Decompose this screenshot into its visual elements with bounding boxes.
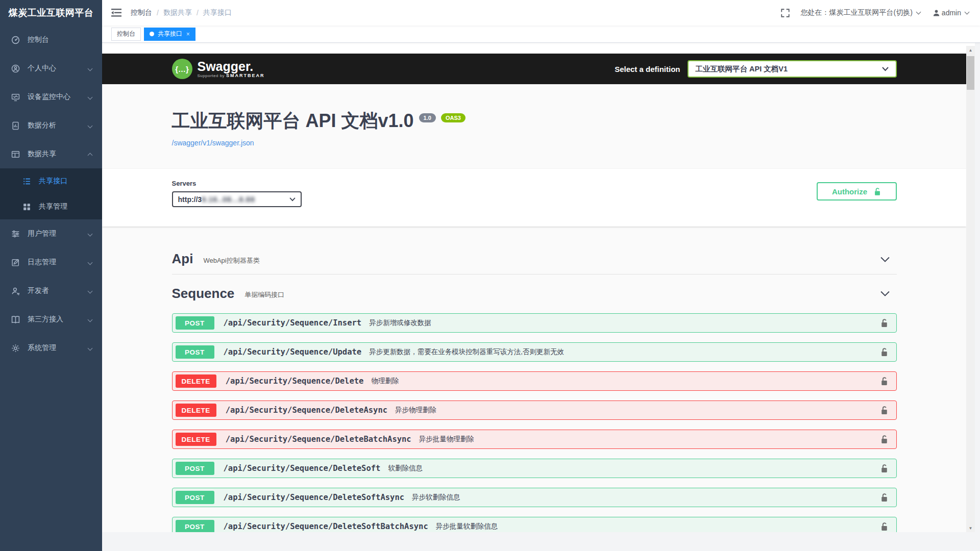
operation-path[interactable]: /api/Security/Sequence/DeleteSoftAsync	[224, 493, 405, 502]
sidebar-item-system-management[interactable]: 系统管理	[0, 334, 102, 362]
definition-select[interactable]: 工业互联网平台 API 文档V1	[688, 60, 897, 78]
method-badge: DELETE	[176, 374, 216, 388]
unlock-icon[interactable]	[880, 435, 888, 444]
chevron-down-icon	[88, 123, 93, 128]
content-bottom-gap	[102, 532, 980, 551]
section-chevron-down-icon[interactable]	[879, 288, 891, 299]
section-header-sequence[interactable]: Sequence单据编码接口	[172, 278, 897, 309]
fullscreen-icon[interactable]	[781, 9, 790, 17]
sidebar-item-dashboard[interactable]: 控制台	[0, 26, 102, 54]
tags-view-bar: 控制台共享接口×	[102, 26, 980, 43]
sidebar-fold-icon[interactable]	[111, 8, 121, 17]
unlock-icon[interactable]	[880, 464, 888, 473]
opblock-delete[interactable]: DELETE/api/Security/Sequence/DeleteBatch…	[172, 430, 897, 449]
developer-icon	[11, 286, 20, 295]
chevron-down-icon	[88, 317, 93, 322]
operation-path[interactable]: /api/Security/Sequence/DeleteAsync	[226, 406, 387, 415]
operation-summary: 异步更新数据，需要在业务模块控制器重写该方法,否则更新无效	[369, 347, 564, 357]
swagger-logo[interactable]: {…} Swagger. Supported bySMARTBEAR	[172, 59, 265, 79]
unlock-icon[interactable]	[880, 522, 888, 531]
sidebar: 煤炭工业互联网平台 控制台个人中心设备监控中心数据分析数据共享共享接口共享管理用…	[0, 0, 102, 551]
top-gap	[102, 43, 966, 54]
method-badge: POST	[176, 520, 214, 532]
operation-summary: 异步批量软删除信息	[436, 522, 498, 531]
sidebar-item-share-api[interactable]: 共享接口	[0, 168, 102, 194]
sidebar-item-user-management[interactable]: 用户管理	[0, 219, 102, 248]
opblock-delete[interactable]: DELETE/api/Security/Sequence/DeleteAsync…	[172, 400, 897, 420]
platform-switcher[interactable]: 您处在：煤炭工业互联网平台(切换)	[801, 8, 922, 17]
unlock-icon[interactable]	[880, 318, 888, 328]
breadcrumb-item[interactable]: 共享接口	[203, 8, 232, 17]
sidebar-item-label: 第三方接入	[28, 315, 88, 324]
main-area: 控制台/数据共享/共享接口 您处在：煤炭工业互联网平台(切换) admin	[102, 0, 980, 551]
scheme-container: Servers http://39.16..08...8.88 Authoriz…	[102, 169, 966, 227]
book-icon	[11, 315, 20, 324]
chevron-down-icon	[88, 345, 93, 350]
user-icon	[933, 9, 940, 17]
section-description: 单据编码接口	[244, 290, 284, 299]
opblock-delete[interactable]: DELETE/api/Security/Sequence/Delete物理删除	[172, 371, 897, 391]
section-name: Sequence	[172, 286, 235, 302]
authorize-button[interactable]: Authorize	[817, 182, 897, 201]
oas3-badge: OAS3	[441, 113, 465, 122]
operations-list: POST/api/Security/Sequence/Insert异步新增或修改…	[172, 313, 897, 532]
content-area: {…} Swagger. Supported bySMARTBEAR Selec…	[102, 43, 980, 532]
user-menu[interactable]: admin	[933, 9, 971, 17]
opblock-post[interactable]: POST/api/Security/Sequence/Insert异步新增或修改…	[172, 313, 897, 333]
scrollbar-thumb[interactable]	[967, 56, 974, 90]
smartbear-byline: Supported bySMARTBEAR	[198, 73, 265, 78]
unlock-icon[interactable]	[880, 406, 888, 415]
unlock-icon[interactable]	[880, 377, 888, 386]
chevron-down-icon	[88, 94, 93, 99]
sidebar-item-log-management[interactable]: 日志管理	[0, 248, 102, 277]
opblock-post[interactable]: POST/api/Security/Sequence/Update异步更新数据，…	[172, 342, 897, 362]
sidebar-item-profile-center[interactable]: 个人中心	[0, 54, 102, 83]
method-badge: POST	[176, 462, 214, 475]
tag-view-item[interactable]: 控制台	[111, 28, 141, 41]
operation-path[interactable]: /api/Security/Sequence/Delete	[226, 377, 364, 386]
top-navbar: 控制台/数据共享/共享接口 您处在：煤炭工业互联网平台(切换) admin	[102, 0, 980, 26]
chevron-down-icon	[916, 10, 921, 15]
operation-path[interactable]: /api/Security/Sequence/DeleteBatchAsync	[226, 435, 411, 444]
section-chevron-down-icon[interactable]	[879, 254, 891, 265]
tag-close-icon[interactable]: ×	[186, 31, 190, 37]
operation-path[interactable]: /api/Security/Sequence/DeleteSoft	[224, 464, 381, 473]
scrollbar-down-arrow[interactable]: ▼	[966, 524, 975, 532]
operation-path[interactable]: /api/Security/Sequence/Insert	[224, 318, 362, 328]
operation-path[interactable]: /api/Security/Sequence/Update	[224, 347, 362, 357]
sidebar-item-data-share[interactable]: 数据共享	[0, 140, 102, 168]
gear-icon	[11, 343, 20, 353]
operation-summary: 物理删除	[371, 377, 399, 386]
monitor-icon	[11, 92, 20, 102]
sidebar-item-data-analysis[interactable]: 数据分析	[0, 111, 102, 140]
app-root: 煤炭工业互联网平台 控制台个人中心设备监控中心数据分析数据共享共享接口共享管理用…	[0, 0, 980, 551]
spec-json-link[interactable]: /swagger/v1/swagger.json	[172, 139, 254, 147]
method-badge: POST	[176, 491, 214, 504]
sidebar-item-device-monitor-center[interactable]: 设备监控中心	[0, 83, 102, 111]
tag-view-active[interactable]: 共享接口×	[144, 28, 195, 41]
sidebar-item-developer[interactable]: 开发者	[0, 277, 102, 305]
sidebar-item-share-management[interactable]: 共享管理	[0, 194, 102, 219]
unlock-icon[interactable]	[880, 347, 888, 357]
operation-path[interactable]: /api/Security/Sequence/DeleteSoftBatchAs…	[224, 522, 428, 531]
breadcrumb-item[interactable]: 控制台	[131, 8, 152, 17]
tag-label: 共享接口	[158, 30, 182, 38]
sidebar-item-label: 个人中心	[28, 64, 88, 73]
method-badge: POST	[176, 316, 214, 330]
content-scrollbar[interactable]: ▲ ▼	[966, 46, 975, 532]
dashboard-icon	[11, 35, 20, 44]
swagger-logo-icon: {…}	[172, 59, 192, 79]
opblock-post[interactable]: POST/api/Security/Sequence/DeleteSoftAsy…	[172, 488, 897, 507]
operation-summary: 异步软删除信息	[412, 493, 460, 502]
opblock-post[interactable]: POST/api/Security/Sequence/DeleteSoft软删除…	[172, 459, 897, 478]
unlock-icon[interactable]	[880, 493, 888, 502]
sidebar-item-label: 日志管理	[28, 258, 88, 267]
sidebar-item-third-party-access[interactable]: 第三方接入	[0, 305, 102, 334]
breadcrumb-item[interactable]: 数据共享	[163, 8, 192, 17]
opblock-post[interactable]: POST/api/Security/Sequence/DeleteSoftBat…	[172, 517, 897, 532]
section-header-api[interactable]: ApiWebApi控制器基类	[172, 244, 897, 274]
tag-label: 控制台	[117, 30, 135, 38]
server-select[interactable]: http://39.16..08...8.88	[172, 191, 302, 207]
section-name: Api	[172, 251, 193, 267]
scrollbar-up-arrow[interactable]: ▲	[966, 46, 975, 54]
